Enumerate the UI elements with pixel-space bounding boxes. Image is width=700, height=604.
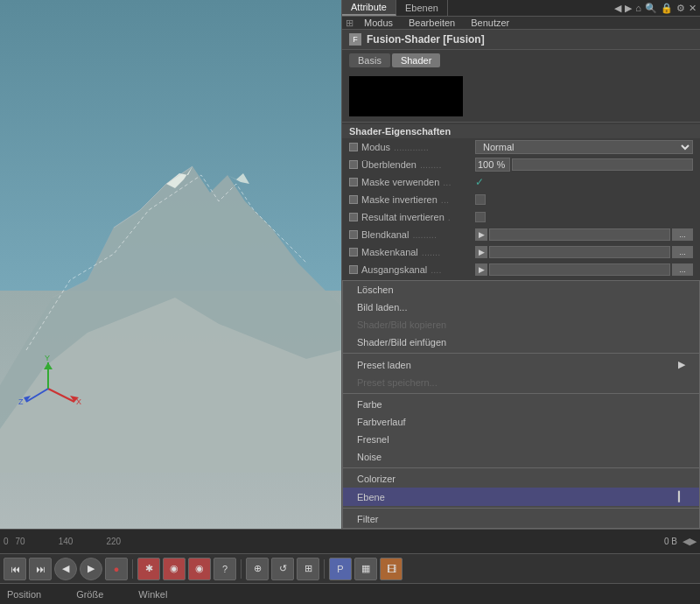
record-btn[interactable]: ● [105, 558, 128, 580]
modus-select[interactable]: Normal [475, 140, 693, 154]
status-groesse: Größe [76, 589, 103, 600]
resultat-enable[interactable] [349, 213, 358, 221]
svg-text:X: X [76, 397, 81, 406]
search-icon[interactable]: 🔍 [645, 3, 657, 14]
tool-1[interactable]: ✱ [137, 558, 160, 580]
ausgangskanal-value: ▶ ... [475, 263, 693, 276]
prop-row-resultat: Resultat invertieren . [342, 208, 700, 226]
ausgangskanal-enable[interactable] [349, 265, 358, 274]
play-fwd-btn[interactable]: ▶ [80, 558, 102, 580]
resultat-value [475, 212, 693, 222]
skip-end-btn[interactable]: ⏭ [29, 558, 52, 580]
benutzer-btn[interactable]: Benutzer [466, 17, 514, 29]
menu-preset-laden[interactable]: Preset laden ▶ [343, 355, 699, 374]
menu-farbe[interactable]: Farbe [343, 396, 699, 413]
menu-loeschen[interactable]: Löschen [343, 281, 699, 298]
prop-row-maske-verwenden: Maske verwenden ... ✓ [342, 173, 700, 191]
shader-preview [349, 76, 463, 116]
ausgangskanal-arrow[interactable]: ▶ [475, 263, 487, 276]
modus-btn[interactable]: Modus [359, 17, 398, 29]
play-back-btn[interactable]: ◀ [54, 558, 77, 580]
blendkanal-arrow[interactable]: ▶ [475, 228, 487, 241]
ueberblenden-value [475, 158, 693, 172]
menu-colorizer[interactable]: Colorizer [343, 470, 699, 488]
maske-invertieren-enable[interactable] [349, 195, 358, 204]
prop-row-maske-invertieren: Maske invertieren ... [342, 191, 700, 208]
p-tool[interactable]: P [329, 558, 352, 580]
ausgangskanal-bar [489, 263, 670, 276]
nav-left-icon[interactable]: ◀ [614, 3, 621, 14]
tool-2[interactable]: ◉ [163, 558, 186, 580]
prop-row-ausgangskanal: Ausgangskanal .... ▶ ... [342, 261, 700, 278]
ausgangskanal-label: Ausgangskanal .... [361, 264, 475, 275]
maske-invertieren-label: Maske invertieren ... [361, 194, 475, 205]
maske-verwenden-value: ✓ [475, 176, 693, 188]
move-tool[interactable]: ⊕ [246, 558, 269, 580]
settings-icon[interactable]: ⚙ [676, 3, 685, 14]
sub-tab-basis[interactable]: Basis [349, 53, 390, 67]
nav-right-icon[interactable]: ▶ [625, 3, 632, 14]
blendkanal-label: Blendkanal ......... [361, 229, 475, 240]
maske-verwenden-enable[interactable] [349, 178, 358, 186]
fusion-icon: F [349, 33, 361, 46]
menu-sep-2 [343, 393, 699, 394]
bottom-toolbar: ⏮ ⏭ ◀ ▶ ● ✱ ◉ ◉ ? ⊕ ↺ ⊞ P ▦ 🎞 [0, 553, 700, 583]
skip-start-btn[interactable]: ⏮ [4, 558, 26, 580]
modus-value: Normal [475, 140, 693, 154]
rotate-tool[interactable]: ↺ [271, 558, 294, 580]
menu-filter[interactable]: Filter [343, 510, 699, 528]
maskenkanal-dots[interactable]: ... [672, 246, 693, 258]
menu-ebene[interactable]: Ebene ▎ [343, 488, 699, 506]
section-header: Shader-Eigenschaften [342, 124, 700, 138]
menu-sep-4 [343, 508, 699, 509]
tab-attribute[interactable]: Attribute [342, 0, 396, 16]
status-bar: Position Größe Winkel [0, 583, 700, 604]
scale-tool[interactable]: ⊞ [297, 558, 319, 580]
grid-tool[interactable]: ▦ [354, 558, 377, 580]
timeline-fps: 0 B [659, 537, 682, 546]
tool-3[interactable]: ◉ [188, 558, 211, 580]
properties-section: Shader-Eigenschaften Modus .............… [342, 122, 700, 280]
sub-tab-shader[interactable]: Shader [392, 53, 440, 67]
ueberblenden-checkbox[interactable] [349, 160, 358, 169]
timeline-num-70: 70 [16, 537, 25, 546]
status-position: Position [7, 589, 41, 600]
maske-invertieren-value [475, 194, 693, 205]
tab-ebenen[interactable]: Ebenen [396, 0, 448, 16]
blendkanal-bar [489, 228, 670, 241]
home-icon[interactable]: ⌂ [635, 3, 641, 13]
maskenkanal-bar [489, 246, 670, 258]
maske-invertieren-check[interactable] [475, 194, 486, 205]
menu-farbverlauf[interactable]: Farbverlauf [343, 413, 699, 431]
ueberblenden-slider[interactable] [512, 158, 693, 171]
cursor-icon: ▎ [678, 491, 685, 502]
ueberblenden-input[interactable] [475, 158, 510, 172]
blendkanal-enable[interactable] [349, 230, 358, 239]
menu-noise[interactable]: Noise [343, 448, 699, 466]
menu-bild-laden[interactable]: Bild laden... [343, 298, 699, 316]
dropdown-menu: Löschen Bild laden... Shader/Bild kopier… [342, 280, 700, 529]
menu-fresnel[interactable]: Fresnel [343, 431, 699, 448]
maskenkanal-enable[interactable] [349, 248, 358, 256]
viewport[interactable]: X Y Z [0, 0, 341, 529]
prop-row-maskenkanal: Maskenkanal ....... ▶ ... [342, 243, 700, 261]
panel-header: F Fusion-Shader [Fusion] [342, 30, 700, 50]
menu-shader-einfuegen[interactable]: Shader/Bild einfügen [343, 334, 699, 351]
film-tool[interactable]: 🎞 [380, 558, 402, 580]
timeline-scroll[interactable]: ◀▶ [682, 536, 696, 547]
toolbar-sep-1 [132, 559, 133, 579]
maske-verwenden-check[interactable]: ✓ [475, 176, 484, 188]
lock-icon[interactable]: 🔒 [661, 3, 673, 14]
tool-4[interactable]: ? [214, 558, 236, 580]
resultat-check[interactable] [475, 212, 486, 222]
toolbar-sep-3 [324, 559, 325, 579]
close-icon[interactable]: ✕ [689, 3, 696, 14]
bearbeiten-btn[interactable]: Bearbeiten [403, 17, 460, 29]
ausgangskanal-dots[interactable]: ... [672, 263, 693, 276]
timeline-num-140: 140 [59, 537, 74, 546]
ueberblenden-label: Überblenden ........ [361, 159, 475, 170]
maskenkanal-arrow[interactable]: ▶ [475, 246, 487, 258]
modus-checkbox[interactable] [349, 143, 358, 151]
panel-toolbar: ⊞ Modus Bearbeiten Benutzer [342, 17, 700, 30]
blendkanal-dots[interactable]: ... [672, 228, 693, 241]
